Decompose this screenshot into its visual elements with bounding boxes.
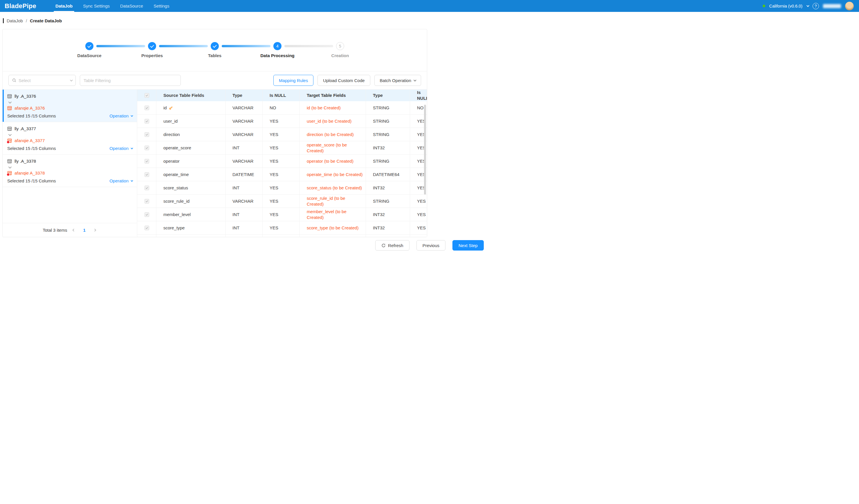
operation-dropdown[interactable]: Operation — [109, 113, 132, 118]
step-progress-line — [222, 45, 270, 47]
row-checkbox[interactable] — [145, 212, 149, 217]
source-field-name: score_status — [163, 185, 188, 191]
chevron-down-icon — [131, 179, 133, 182]
target-field-type: STRING — [366, 155, 410, 168]
operation-dropdown[interactable]: Operation — [109, 178, 132, 183]
source-field-nullable: YES — [262, 208, 300, 221]
target-field-nullable: YES — [410, 194, 427, 208]
page-title: Create DataJob — [30, 18, 62, 23]
table-pair-list: lly .A_3376 afanqie A_3376 Selected 15 /… — [3, 90, 137, 237]
wizard-footer: Refresh Previous Next Step — [0, 240, 430, 251]
pagination-next-button[interactable] — [93, 228, 97, 232]
source-field-nullable: NO — [262, 101, 300, 114]
row-checkbox[interactable] — [145, 145, 149, 150]
expand-chevron-icon[interactable] — [7, 131, 132, 138]
row-checkbox[interactable] — [145, 159, 149, 163]
operation-dropdown[interactable]: Operation — [109, 146, 132, 151]
header-source-fields: Source Table Fields — [156, 90, 226, 101]
target-table-error-icon — [7, 171, 12, 175]
breadcrumb-parent[interactable]: DataJob — [7, 18, 23, 23]
target-table-name: afanqie A_3377 — [15, 138, 45, 143]
step-label-properties: Properties — [141, 53, 163, 58]
table-scrollbar[interactable] — [424, 105, 426, 194]
target-field-name: user_id (to be Created) — [300, 114, 366, 128]
source-field-type: VARCHAR — [226, 114, 262, 128]
row-checkbox[interactable] — [145, 119, 149, 124]
nav-item-sync-settings[interactable]: Sync Settings — [78, 0, 115, 12]
selected-columns-text: Selected 15 /15 Columns — [7, 178, 56, 183]
row-checkbox[interactable] — [145, 199, 149, 204]
source-table-name: lly .A_3378 — [15, 159, 36, 163]
upload-custom-code-button[interactable]: Upload Custom Code — [317, 75, 370, 86]
header-target-null: Is NULL — [410, 90, 427, 101]
source-field-type: INT — [226, 181, 262, 194]
step-tables-icon — [211, 42, 219, 50]
row-checkbox[interactable] — [145, 226, 149, 230]
source-field-type: INT — [226, 208, 262, 221]
previous-button[interactable]: Previous — [417, 240, 430, 251]
source-field-nullable: YES — [262, 181, 300, 194]
select-placeholder: Select — [18, 78, 31, 83]
step-progress-line — [159, 45, 208, 47]
breadcrumb-separator: / — [26, 18, 27, 23]
row-checkbox[interactable] — [145, 186, 149, 190]
target-field-name: score_rule_id (to be Created) — [300, 194, 366, 208]
target-field-type: INT32 — [366, 181, 410, 194]
source-field-nullable: YES — [262, 168, 300, 181]
table-row: member_level INT YES member_level (to be… — [137, 208, 427, 221]
breadcrumb-marker — [3, 18, 4, 23]
expand-chevron-icon[interactable] — [7, 163, 132, 171]
table-filter-input[interactable] — [80, 75, 181, 86]
mapping-rules-button[interactable]: Mapping Rules — [273, 75, 313, 86]
chevron-down-icon — [413, 79, 417, 81]
nav-item-settings[interactable]: Settings — [148, 0, 175, 12]
target-table-error-icon — [7, 138, 12, 143]
table-row: score_rule_id VARCHAR YES score_rule_id … — [137, 194, 427, 208]
source-table-icon — [7, 126, 12, 131]
selected-columns-text: Selected 15 /15 Columns — [7, 113, 56, 118]
table-pair-item-1[interactable]: lly .A_3376 afanqie A_3376 Selected 15 /… — [3, 90, 137, 122]
table-row: operate_time DATETIME YES operate_time (… — [137, 168, 427, 181]
target-field-type: STRING — [366, 114, 410, 128]
target-table-name: afanqie A_3378 — [15, 171, 45, 175]
table-pair-item-2[interactable]: lly .A_3377 afanqie A_3377 Selected 15 /… — [3, 122, 137, 155]
source-field-name: id — [163, 105, 167, 111]
pagination-prev-button[interactable] — [72, 228, 76, 232]
table-row: direction VARCHAR YES direction (to be C… — [137, 128, 427, 141]
refresh-button[interactable]: Refresh — [375, 240, 409, 251]
source-field-type: VARCHAR — [226, 128, 262, 141]
batch-operation-button[interactable]: Batch Operation — [374, 75, 421, 86]
row-checkbox[interactable] — [145, 132, 149, 137]
source-field-nullable: YES — [262, 128, 300, 141]
select-all-checkbox[interactable] — [145, 93, 149, 98]
target-field-type: INT32 — [366, 221, 410, 234]
step-progress-line — [96, 45, 145, 47]
pagination-page-1[interactable]: 1 — [81, 227, 88, 233]
source-table-icon — [7, 94, 12, 99]
target-field-nullable: YES — [410, 208, 427, 221]
nav-item-datajob[interactable]: DataJob — [50, 0, 78, 12]
step-label-tables: Tables — [208, 53, 222, 58]
step-label-data-processing: Data Processing — [260, 53, 295, 58]
wizard-stepper: DataSource Properties Tables 4 Data Proc… — [3, 29, 427, 71]
source-table-name: lly .A_3376 — [15, 94, 36, 99]
source-field-type: VARCHAR — [226, 194, 262, 208]
source-field-type: VARCHAR — [226, 155, 262, 168]
top-navbar: BladePipe DataJob Sync Settings DataSour… — [0, 0, 430, 12]
target-field-type: INT32 — [366, 208, 410, 221]
source-field-nullable: YES — [262, 194, 300, 208]
expand-chevron-icon[interactable] — [7, 99, 132, 106]
row-checkbox[interactable] — [145, 106, 149, 110]
chevron-down-icon — [131, 147, 133, 149]
check-icon — [150, 44, 154, 48]
nav-item-datasource[interactable]: DataSource — [115, 0, 148, 12]
schema-select[interactable]: Select — [9, 75, 76, 86]
breadcrumb: DataJob / Create DataJob — [3, 18, 62, 23]
table-pair-item-3[interactable]: lly .A_3378 afanqie A_3378 Selected 15 /… — [3, 155, 137, 187]
step-progress-line — [284, 45, 333, 47]
row-checkbox[interactable] — [145, 172, 149, 177]
primary-key-icon — [169, 106, 173, 110]
source-field-name: member_level — [163, 212, 191, 218]
total-items-text: Total 3 items — [43, 227, 67, 233]
step-label-datasource: DataSource — [77, 53, 101, 58]
